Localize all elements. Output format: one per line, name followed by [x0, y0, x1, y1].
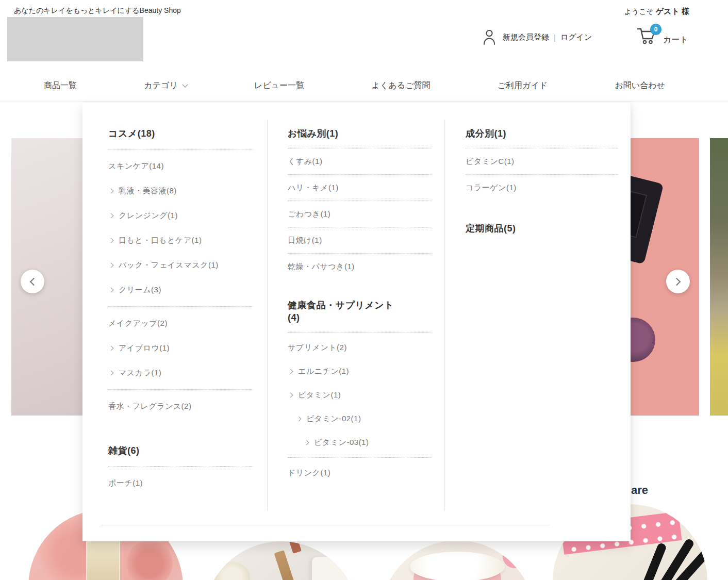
menu-item[interactable]: 乾燥・パサつき(1)	[288, 261, 432, 272]
section-gap	[466, 197, 618, 220]
menu-item[interactable]: スキンケア(14)	[108, 160, 253, 172]
dotted-divider	[288, 253, 432, 254]
menu-header[interactable]: 定期商品(5)	[466, 222, 618, 235]
flower-image	[214, 562, 250, 580]
welcome-user: ゲスト 様	[656, 7, 689, 15]
category-mega-menu: コスメ(18) スキンケア(14) 乳液・美容液(8) クレンジング(1) 目も…	[82, 103, 631, 541]
dotted-divider	[288, 457, 432, 458]
dotted-divider	[288, 201, 432, 201]
cart-button[interactable]: 0 カート	[637, 26, 688, 48]
menu-item[interactable]: 目もと・口もとケア(1)	[108, 235, 253, 246]
shop-logo[interactable]	[7, 17, 143, 61]
menu-item[interactable]: 乳液・美容液(8)	[108, 185, 253, 196]
menu-item[interactable]: クレンジング(1)	[108, 210, 253, 221]
menu-header[interactable]: 成分別(1)	[466, 127, 618, 140]
chevron-right-icon	[673, 277, 681, 286]
section-gap	[108, 419, 253, 442]
menu-header[interactable]: コスメ(18)	[108, 127, 253, 140]
chevron-right-icon	[288, 392, 293, 397]
dotted-divider	[108, 466, 253, 467]
chevron-right-icon	[109, 287, 114, 292]
makeup-puff-image	[631, 318, 655, 362]
menu-column-ingredients: 成分別(1) ビタミンC(1) コラーゲン(1) 定期商品(5)	[466, 125, 618, 240]
chevron-down-icon	[182, 81, 188, 87]
category-circle-cream[interactable]	[380, 540, 535, 580]
lipstick-tube-image	[274, 550, 299, 580]
site-tagline: あなたのキレイをもっとキレイにするBeauty Shop	[14, 6, 181, 15]
nav-item-reviews[interactable]: レビュー一覧	[254, 80, 304, 91]
mascara-wand-image	[622, 542, 667, 580]
menu-item[interactable]: クリーム(3)	[108, 284, 253, 295]
section-heading-partial: are	[631, 484, 648, 497]
account-separator: |	[554, 33, 556, 42]
menu-item[interactable]: ハリ・キメ(1)	[288, 182, 432, 193]
cream-swirl-image	[410, 552, 505, 580]
menu-item[interactable]: ビタミン-03(1)	[288, 437, 432, 448]
makeup-compact-image	[631, 175, 664, 264]
welcome-message: ようこそ ゲスト 様	[624, 7, 689, 16]
chevron-right-icon	[304, 440, 309, 445]
menu-item[interactable]: マスカラ(1)	[108, 367, 253, 378]
menu-item[interactable]: パック・フェイスマスク(1)	[108, 259, 253, 271]
menu-header[interactable]: お悩み別(1)	[288, 127, 432, 140]
chevron-right-icon	[296, 416, 302, 421]
menu-item[interactable]: ドリンク(1)	[288, 467, 432, 478]
nav-item-category[interactable]: カテゴリ	[144, 80, 187, 91]
login-link[interactable]: ログイン	[560, 32, 592, 42]
dotted-divider	[288, 174, 432, 175]
menu-item[interactable]: くすみ(1)	[288, 156, 432, 167]
menu-header[interactable]: 雑貨(6)	[108, 444, 253, 457]
chevron-right-icon	[109, 262, 114, 268]
menu-item[interactable]: エルニチン(1)	[288, 366, 432, 377]
dotted-divider	[108, 389, 253, 390]
chevron-right-icon	[109, 188, 114, 193]
menu-column-cosmetics: コスメ(18) スキンケア(14) 乳液・美容液(8) クレンジング(1) 目も…	[108, 125, 253, 495]
main-nav: 商品一覧 カテゴリ レビュー一覧 よくあるご質問 ご利用ガイド お問い合わせ	[44, 72, 665, 99]
cosmetic-jar-image	[312, 557, 358, 580]
chevron-right-icon	[109, 345, 114, 351]
dotted-divider	[108, 149, 253, 150]
menu-item[interactable]: サプリメント(2)	[288, 342, 432, 353]
dotted-divider	[466, 148, 618, 148]
register-link[interactable]: 新規会員登録	[503, 32, 549, 42]
menu-item[interactable]: 香水・フレグランス(2)	[108, 401, 253, 412]
menu-item[interactable]: ごわつき(1)	[288, 208, 432, 220]
chevron-right-icon	[109, 213, 114, 218]
menu-item[interactable]: ビタミン(1)	[288, 389, 432, 401]
chevron-right-icon	[109, 238, 114, 243]
dotted-divider	[288, 227, 432, 227]
menu-column-concerns: お悩み別(1) くすみ(1) ハリ・キメ(1) ごわつき(1) 日焼け(1) 乾…	[288, 125, 432, 485]
dotted-divider	[288, 148, 432, 148]
category-circle-lipstick[interactable]	[204, 541, 358, 580]
carousel-prev-button[interactable]	[21, 270, 44, 293]
chevron-right-icon	[109, 370, 114, 375]
user-icon	[483, 29, 496, 45]
welcome-prefix: ようこそ	[624, 7, 656, 15]
column-divider	[444, 120, 445, 510]
menu-item[interactable]: 日焼け(1)	[288, 235, 432, 246]
carousel-slide-far-right[interactable]	[710, 138, 728, 416]
menu-item[interactable]: コラーゲン(1)	[466, 182, 618, 193]
carousel-next-button[interactable]	[666, 270, 690, 293]
rose-image	[126, 540, 173, 580]
menu-item[interactable]: ビタミンC(1)	[466, 156, 618, 167]
nav-item-guide[interactable]: ご利用ガイド	[498, 80, 548, 91]
dotted-divider	[466, 174, 618, 175]
cart-label: カート	[663, 35, 688, 48]
menu-bottom-divider	[101, 525, 549, 525]
lipstick-bullet-image	[288, 541, 302, 554]
menu-item[interactable]: メイクアップ(2)	[108, 318, 253, 329]
nav-bottom-border	[0, 102, 728, 102]
nav-item-faq[interactable]: よくあるご質問	[372, 80, 431, 91]
menu-item[interactable]: アイブロウ(1)	[108, 342, 253, 354]
chevron-left-icon	[30, 277, 38, 286]
menu-item[interactable]: ビタミン-02(1)	[288, 413, 432, 424]
dotted-divider	[108, 306, 253, 307]
menu-header[interactable]: 健康食品・サプリメント(4)	[288, 299, 395, 324]
menu-item[interactable]: ポーチ(1)	[108, 477, 253, 489]
nav-item-product-list[interactable]: 商品一覧	[44, 80, 77, 91]
chevron-right-icon	[288, 369, 293, 374]
cart-count-badge: 0	[650, 24, 661, 35]
nav-item-contact[interactable]: お問い合わせ	[615, 80, 665, 91]
column-divider	[267, 120, 268, 510]
